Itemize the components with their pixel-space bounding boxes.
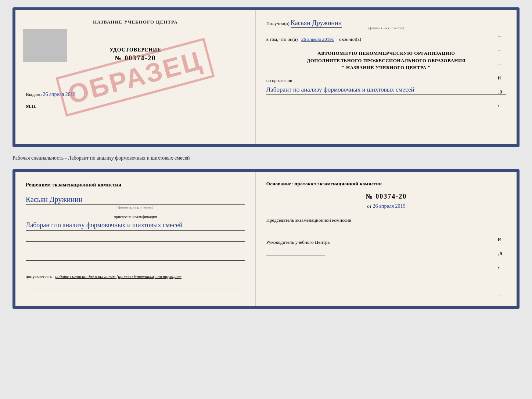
dash-3: – [498, 60, 503, 67]
ruk-label: Руководитель учебного Центра [266, 239, 506, 246]
bottom-cert-right: Основание: протокол экзаменационной коми… [256, 172, 517, 306]
bottom-cert-left: Решением экзаменационной комиссии Касьян… [15, 172, 256, 306]
bdash-5: ‚а [498, 250, 503, 257]
org-block: АВТОНОМНУЮ НЕКОММЕРЧЕСКУЮ ОРГАНИЗАЦИЮ ДО… [266, 50, 506, 71]
po-professii-value: Лаборант по анализу формовочных и шихтов… [266, 85, 506, 95]
h-line-3 [26, 254, 245, 261]
right-dashes-bottom: – – – и ‚а ‹– – – [498, 194, 503, 299]
poluchil-label: Получил(а) [266, 21, 290, 26]
ruk-block: Руководитель учебного Центра [266, 239, 506, 256]
ot-label: от [367, 203, 371, 209]
okonchil-label: окончил(а) [339, 36, 361, 42]
po-professii-label: по профессии [266, 78, 506, 83]
between-label: Рабочая специальность - Лаборант по анал… [12, 153, 520, 163]
ot-date: 26 апреля 2019 [373, 203, 405, 209]
dopuskaetsya-line: допускается к работе согласно должностны… [26, 274, 245, 279]
bdash-1: – [498, 194, 503, 201]
h-line-4 [26, 264, 245, 270]
osnovanie-heading: Основание: протокол экзаменационной коми… [266, 181, 506, 187]
dash-7: – [498, 116, 503, 123]
h-line-5 [26, 282, 245, 289]
bottom-certificate: Решением экзаменационной комиссии Касьян… [12, 169, 520, 309]
top-certificate: НАЗВАНИЕ УЧЕБНОГО ЦЕНТРА УДОСТОВЕРЕНИЕ №… [12, 7, 520, 147]
org-line1: АВТОНОМНУЮ НЕКОММЕРЧЕСКУЮ ОРГАНИЗАЦИЮ [266, 50, 506, 57]
dash-1: – [498, 32, 503, 39]
udostoverenie-block: УДОСТОВЕРЕНИЕ № 00374-20 [26, 47, 245, 62]
poluchil-line: Получил(а) Касьян Дружинин (фамилия, имя… [266, 19, 506, 30]
bottom-heading: Решением экзаменационной комиссии [26, 181, 245, 189]
bdash-2: – [498, 208, 503, 215]
org-line2: ДОПОЛНИТЕЛЬНОГО ПРОФЕССИОНАЛЬНОГО ОБРАЗО… [266, 57, 506, 64]
protocol-num: № 00374-20 [266, 193, 506, 200]
dash-2: – [498, 46, 503, 53]
right-dashes-top: – – – и ‚а ‹– – – [498, 32, 503, 137]
kvalif-value: Лаборант по анализу формовочных и шихтов… [26, 220, 245, 231]
dash-8: – [498, 130, 503, 137]
kasyan-value: Касьян Дружинин [26, 195, 245, 205]
dash-6: ‹– [498, 102, 503, 109]
top-cert-right: Получил(а) Касьян Дружинин (фамилия, имя… [256, 10, 517, 144]
dash-5: ‚а [498, 88, 503, 95]
bdash-4: и [498, 236, 503, 243]
vtom-date: 26 апреля 2019г. [301, 36, 334, 42]
vtom-label: в том, что он(а) [266, 36, 298, 42]
page-container: НАЗВАНИЕ УЧЕБНОГО ЦЕНТРА УДОСТОВЕРЕНИЕ №… [12, 7, 520, 309]
mp-label: М.П. [26, 103, 245, 109]
h-line-2 [26, 245, 245, 251]
h-line-1 [26, 235, 245, 242]
udostoverenie-label: УДОСТОВЕРЕНИЕ [26, 47, 245, 53]
dopuskaetsya-label: допускается к [26, 274, 52, 279]
bdash-8: – [498, 292, 503, 299]
vydano-line: Выдано 26 апреля 2019 [26, 92, 245, 97]
bdash-3: – [498, 222, 503, 229]
chairman-block: Председатель экзаменационной комиссии [266, 217, 506, 234]
vydano-label: Выдано [26, 92, 42, 97]
top-cert-left: НАЗВАНИЕ УЧЕБНОГО ЦЕНТРА УДОСТОВЕРЕНИЕ №… [15, 10, 256, 144]
horizontal-lines [26, 235, 245, 270]
dopuskaetsya-value: работе согласно должностным (производств… [55, 274, 181, 279]
dash-4: и [498, 74, 503, 81]
bdash-7: – [498, 278, 503, 285]
top-cert-title: НАЗВАНИЕ УЧЕБНОГО ЦЕНТРА [26, 19, 245, 25]
prisvoena-label: присвоена квалификация [26, 214, 245, 219]
ot-line: от 26 апреля 2019 [266, 203, 506, 209]
bdash-6: ‹– [498, 264, 503, 271]
vtom-line: в том, что он(а) 26 апреля 2019г. окончи… [266, 36, 506, 42]
org-line3: " НАЗВАНИЕ УЧЕБНОГО ЦЕНТРА " [266, 64, 506, 71]
vydano-date: 26 апреля 2019 [43, 92, 76, 97]
udostoverenie-num: № 00374-20 [26, 54, 245, 62]
fio-small: (фамилия, имя, отчество) [26, 206, 245, 209]
chairman-sig-line [266, 227, 325, 234]
poluchil-value: Касьян Дружинин [291, 19, 342, 28]
chairman-label: Председатель экзаменационной комиссии [266, 217, 506, 224]
ruk-sig-line [266, 249, 325, 256]
